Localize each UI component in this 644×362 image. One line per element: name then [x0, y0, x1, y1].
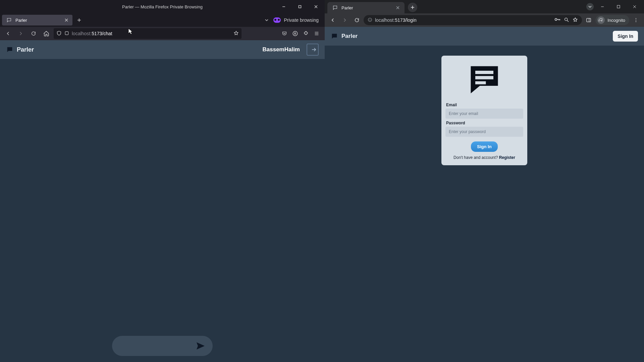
message-input-bar — [112, 336, 213, 356]
register-prompt: Don't have and account? Register — [453, 155, 515, 160]
bookmark-star-icon[interactable] — [573, 17, 578, 23]
svg-point-29 — [565, 18, 568, 20]
email-label: Email — [446, 103, 523, 107]
app-logo-icon — [466, 62, 502, 98]
url-text: localhost:5173/chat — [72, 31, 231, 36]
chrome-tab-strip: Parler — [325, 0, 644, 13]
chat-icon — [6, 46, 13, 53]
svg-rect-36 — [475, 71, 493, 74]
private-label: Private browsing — [284, 17, 319, 23]
firefox-titlebar: Parler — Mozilla Firefox Private Browsin… — [0, 0, 325, 13]
password-label: Password — [446, 121, 523, 125]
parler-app-login: Parler Sign In Email Password Sign In Do… — [325, 27, 644, 362]
url-bar[interactable]: localhost:5173/chat — [54, 28, 241, 39]
site-info-icon[interactable] — [368, 17, 372, 23]
password-key-icon[interactable] — [554, 17, 560, 23]
hamburger-menu-icon[interactable] — [311, 28, 322, 39]
chat-body — [0, 59, 325, 362]
firefox-tab-strip: Parler Private browsing — [0, 13, 325, 27]
incognito-label: Incognito — [607, 18, 625, 23]
send-button[interactable] — [195, 340, 207, 352]
toolbar-right: B — [279, 28, 322, 39]
close-tab-icon[interactable] — [395, 5, 400, 10]
new-tab-button[interactable] — [408, 3, 417, 12]
svg-point-34 — [636, 20, 636, 20]
window-controls — [278, 2, 322, 11]
message-input[interactable] — [118, 343, 195, 349]
side-panel-icon[interactable] — [583, 15, 594, 25]
svg-rect-19 — [617, 5, 620, 8]
back-button[interactable] — [3, 28, 13, 39]
site-info-icon[interactable] — [64, 31, 69, 37]
app-brand: Parler — [17, 46, 34, 53]
url-text: localhost:5173/login — [375, 17, 417, 23]
home-button[interactable] — [41, 28, 52, 39]
chat-icon — [5, 16, 13, 24]
svg-point-35 — [636, 21, 636, 22]
app-brand: Parler — [341, 33, 358, 40]
zoom-icon[interactable] — [564, 17, 569, 23]
forward-button[interactable] — [339, 15, 350, 25]
chevron-down-icon[interactable] — [586, 3, 594, 10]
maximize-button[interactable] — [611, 2, 626, 11]
chrome-toolbar: localhost:5173/login Incognito — [325, 13, 644, 27]
svg-point-25 — [555, 18, 557, 20]
browser-tab[interactable]: Parler — [327, 2, 405, 13]
signin-button[interactable]: Sign In — [471, 141, 497, 152]
pocket-icon[interactable] — [279, 28, 290, 39]
app-header: Parler Sign In — [325, 27, 644, 46]
reload-button[interactable] — [352, 15, 362, 25]
chevron-down-icon[interactable] — [263, 17, 270, 23]
url-actions — [554, 17, 578, 23]
minimize-button[interactable] — [278, 2, 290, 11]
maximize-button[interactable] — [294, 2, 306, 11]
kebab-menu-icon[interactable] — [631, 15, 641, 25]
svg-point-24 — [370, 18, 370, 19]
account-icon[interactable]: B — [290, 28, 301, 39]
bookmark-star-icon[interactable] — [233, 31, 239, 37]
svg-text:B: B — [294, 32, 296, 35]
private-mask-icon — [273, 17, 281, 23]
firefox-window: Parler — Mozilla Firefox Private Browsin… — [0, 0, 325, 362]
svg-rect-8 — [65, 32, 68, 35]
new-tab-button[interactable] — [74, 15, 85, 25]
close-tab-icon[interactable] — [64, 17, 69, 23]
incognito-indicator[interactable]: Incognito — [595, 15, 629, 25]
svg-rect-1 — [299, 6, 301, 8]
tab-title: Parler — [341, 5, 353, 10]
login-card: Email Password Sign In Don't have and ac… — [441, 56, 527, 165]
svg-rect-38 — [475, 81, 486, 84]
firefox-toolbar: localhost:5173/chat B — [0, 27, 325, 40]
tab-title: Parler — [15, 18, 27, 23]
email-field[interactable] — [445, 109, 523, 119]
app-header: Parler BassemHalim — [0, 40, 325, 59]
password-field[interactable] — [445, 127, 523, 137]
chrome-top-controls — [586, 2, 642, 11]
back-button[interactable] — [327, 15, 338, 25]
browser-tab[interactable]: Parler — [2, 15, 72, 25]
private-browsing-indicator: Private browsing — [263, 17, 323, 23]
url-bar[interactable]: localhost:5173/login — [364, 15, 582, 25]
register-link[interactable]: Register — [499, 155, 515, 160]
svg-rect-31 — [587, 18, 591, 22]
chrome-window: Parler localhost:5173/login Incognito — [325, 0, 644, 362]
header-signin-button[interactable]: Sign In — [613, 31, 638, 42]
logout-button[interactable] — [307, 44, 319, 56]
svg-line-30 — [567, 20, 569, 22]
close-button[interactable] — [627, 2, 642, 11]
chat-icon — [331, 33, 338, 40]
svg-rect-37 — [475, 76, 493, 79]
reload-button[interactable] — [28, 28, 39, 39]
username-label: BassemHalim — [262, 46, 300, 53]
login-area: Email Password Sign In Don't have and ac… — [325, 46, 644, 165]
close-button[interactable] — [310, 2, 322, 11]
extensions-icon[interactable] — [301, 28, 311, 39]
chat-icon — [331, 4, 339, 11]
window-title: Parler — Mozilla Firefox Private Browsin… — [122, 4, 203, 9]
shield-icon[interactable] — [56, 31, 62, 37]
svg-point-33 — [636, 18, 636, 19]
parler-app-chat: Parler BassemHalim — [0, 40, 325, 362]
incognito-icon — [597, 16, 605, 24]
minimize-button[interactable] — [595, 2, 610, 11]
forward-button[interactable] — [15, 28, 26, 39]
